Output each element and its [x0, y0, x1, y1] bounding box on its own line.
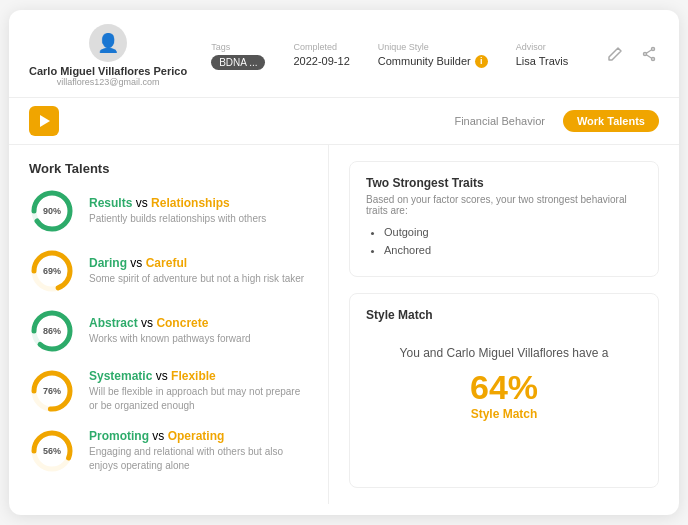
trait-orange-3: Flexible: [171, 369, 216, 383]
donut-chart-3: 76%: [29, 368, 75, 414]
logo-icon: [29, 106, 59, 136]
trait-title-3: Systematic vs Flexible: [89, 369, 308, 383]
trait-vs-2: vs: [141, 316, 156, 330]
trait-green-4: Promoting: [89, 429, 149, 443]
main-card: 👤 Carlo Miguel Villaflores Perico villaf…: [9, 10, 679, 515]
header: 👤 Carlo Miguel Villaflores Perico villaf…: [9, 10, 679, 98]
tab-financial-behavior[interactable]: Financial Behavior: [440, 110, 559, 132]
advisor-label: Advisor: [516, 42, 569, 52]
trait-text-4: Promoting vs Operating Engaging and rela…: [89, 429, 308, 473]
info-icon[interactable]: i: [475, 55, 488, 68]
avatar-icon: 👤: [97, 32, 119, 54]
svg-point-2: [644, 52, 647, 55]
main-content: Work Talents 90% Results vs Relationship…: [9, 145, 679, 504]
strongest-traits-title: Two Strongest Traits: [366, 176, 642, 190]
donut-chart-4: 56%: [29, 428, 75, 474]
trait-desc-1: Some spirit of adventure but not a high …: [89, 272, 304, 286]
advisor-value: Lisa Travis: [516, 55, 569, 67]
trait-desc-3: Will be flexible in approach but may not…: [89, 385, 308, 413]
user-profile: 👤 Carlo Miguel Villaflores Perico villaf…: [29, 24, 187, 87]
user-name: Carlo Miguel Villaflores Perico: [29, 65, 187, 77]
trait-orange-4: Operating: [168, 429, 225, 443]
trait-text-0: Results vs Relationships Patiently build…: [89, 196, 266, 226]
tag-value: BDNA ...: [211, 55, 265, 70]
trait-orange-1: Careful: [146, 256, 187, 270]
trait-text-2: Abstract vs Concrete Works with known pa…: [89, 316, 251, 346]
toolbar: Financial Behavior Work Talents: [9, 98, 679, 145]
unique-style-meta: Unique Style Community Builder i: [378, 42, 488, 68]
work-talents-title: Work Talents: [29, 161, 308, 176]
trait-text-3: Systematic vs Flexible Will be flexible …: [89, 369, 308, 413]
donut-chart-1: 69%: [29, 248, 75, 294]
style-match-label: Style Match: [471, 407, 538, 421]
trait-desc-2: Works with known pathways forward: [89, 332, 251, 346]
trait-desc-0: Patiently builds relationships with othe…: [89, 212, 266, 226]
svg-point-0: [652, 47, 655, 50]
trait-title-4: Promoting vs Operating: [89, 429, 308, 443]
avatar: 👤: [89, 24, 127, 62]
style-match-percent-block: 64% Style Match: [470, 368, 538, 421]
trait-vs-4: vs: [152, 429, 167, 443]
header-meta: Tags BDNA ... Completed 2022-09-12 Uniqu…: [211, 42, 581, 70]
header-actions: [605, 44, 659, 68]
right-panel: Two Strongest Traits Based on your facto…: [329, 145, 679, 504]
trait-title-0: Results vs Relationships: [89, 196, 266, 210]
completed-meta: Completed 2022-09-12: [293, 42, 349, 67]
unique-style-value: Community Builder: [378, 55, 471, 67]
trait-item: 56% Promoting vs Operating Engaging and …: [29, 428, 308, 474]
style-match-body: You and Carlo Miguel Villaflores have a …: [366, 336, 642, 431]
strongest-trait-item-0: Outgoing: [384, 226, 642, 238]
trait-vs-3: vs: [156, 369, 171, 383]
trait-item: 86% Abstract vs Concrete Works with know…: [29, 308, 308, 354]
svg-point-1: [652, 57, 655, 60]
trait-desc-4: Engaging and relational with others but …: [89, 445, 308, 473]
trait-title-1: Daring vs Careful: [89, 256, 304, 270]
style-match-box: Style Match You and Carlo Miguel Villafl…: [349, 293, 659, 488]
unique-style-value-wrap: Community Builder i: [378, 55, 488, 68]
trait-vs-0: vs: [136, 196, 151, 210]
tab-group: Financial Behavior Work Talents: [440, 110, 659, 132]
advisor-meta: Advisor Lisa Travis: [516, 42, 569, 67]
trait-text-1: Daring vs Careful Some spirit of adventu…: [89, 256, 304, 286]
trait-orange-2: Concrete: [156, 316, 208, 330]
style-match-percent: 64%: [470, 368, 538, 407]
donut-label-2: 86%: [43, 326, 61, 336]
style-match-title: Style Match: [366, 308, 642, 322]
svg-line-3: [646, 49, 651, 53]
strongest-traits-list: OutgoingAnchored: [366, 226, 642, 256]
style-match-text: You and Carlo Miguel Villaflores have a: [400, 346, 609, 360]
trait-item: 76% Systematic vs Flexible Will be flexi…: [29, 368, 308, 414]
donut-label-1: 69%: [43, 266, 61, 276]
trait-green-0: Results: [89, 196, 132, 210]
edit-button[interactable]: [605, 44, 625, 68]
trait-item: 69% Daring vs Careful Some spirit of adv…: [29, 248, 308, 294]
tab-work-talents[interactable]: Work Talents: [563, 110, 659, 132]
trait-green-2: Abstract: [89, 316, 138, 330]
trait-green-1: Daring: [89, 256, 127, 270]
strongest-traits-box: Two Strongest Traits Based on your facto…: [349, 161, 659, 277]
donut-label-0: 90%: [43, 206, 61, 216]
completed-value: 2022-09-12: [293, 55, 349, 67]
trait-green-3: Systematic: [89, 369, 152, 383]
trait-item: 90% Results vs Relationships Patiently b…: [29, 188, 308, 234]
strongest-trait-item-1: Anchored: [384, 244, 642, 256]
svg-line-4: [646, 54, 651, 58]
donut-label-3: 76%: [43, 386, 61, 396]
svg-marker-5: [40, 115, 50, 127]
trait-title-2: Abstract vs Concrete: [89, 316, 251, 330]
left-panel: Work Talents 90% Results vs Relationship…: [9, 145, 329, 504]
donut-label-4: 56%: [43, 446, 61, 456]
completed-label: Completed: [293, 42, 349, 52]
unique-style-label: Unique Style: [378, 42, 488, 52]
share-button[interactable]: [639, 44, 659, 68]
tags-label: Tags: [211, 42, 265, 52]
donut-chart-2: 86%: [29, 308, 75, 354]
strongest-traits-subtitle: Based on your factor scores, your two st…: [366, 194, 642, 216]
traits-list: 90% Results vs Relationships Patiently b…: [29, 188, 308, 474]
donut-chart-0: 90%: [29, 188, 75, 234]
trait-orange-0: Relationships: [151, 196, 230, 210]
user-email: villaflores123@gmail.com: [57, 77, 160, 87]
tags-meta: Tags BDNA ...: [211, 42, 265, 70]
trait-vs-1: vs: [130, 256, 145, 270]
